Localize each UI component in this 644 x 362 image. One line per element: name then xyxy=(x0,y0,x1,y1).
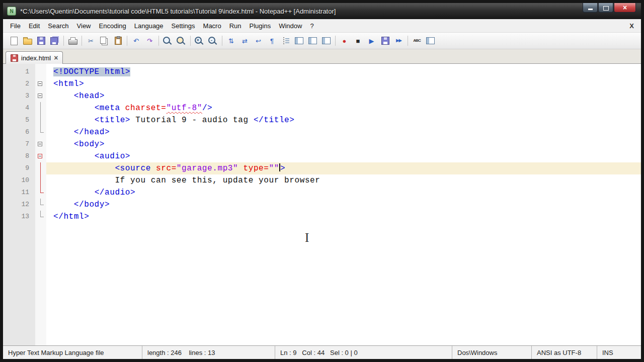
spell-check-icon[interactable]: ABC xyxy=(410,34,424,47)
function-list-icon[interactable] xyxy=(319,34,333,47)
zoom-in-icon[interactable] xyxy=(193,34,206,47)
code-line: 2<html> xyxy=(3,78,641,90)
menu-item-help[interactable]: ? xyxy=(306,20,317,32)
code-line: 9 <source src="garage.mp3" type=""> xyxy=(3,162,641,174)
save-icon[interactable] xyxy=(34,34,48,47)
code-line: 13</html> xyxy=(3,211,641,223)
code-text[interactable]: </body> xyxy=(46,199,641,211)
code-text[interactable]: <audio> xyxy=(46,150,641,162)
macro-run-multiple-icon[interactable]: ▶▶ xyxy=(392,34,406,47)
line-number: 11 xyxy=(3,187,35,199)
doc-map-icon[interactable] xyxy=(306,34,319,47)
undo-icon[interactable]: ↶ xyxy=(129,34,143,47)
maximize-button[interactable] xyxy=(598,3,613,13)
sync-scroll-horizontal-icon[interactable]: ⇄ xyxy=(238,34,252,47)
fold-margin xyxy=(35,211,46,223)
code-line: 6 </head> xyxy=(3,126,641,138)
fold-toggle-icon[interactable] xyxy=(35,90,46,102)
code-text[interactable]: <source src="garage.mp3" type=""> xyxy=(46,162,641,174)
menu-item-settings[interactable]: Settings xyxy=(168,20,199,32)
code-text[interactable]: <title> Tutorial 9 - audio tag </title> xyxy=(46,114,641,126)
menu-item-window[interactable]: Window xyxy=(275,20,306,32)
fold-toggle-icon[interactable] xyxy=(35,150,46,162)
code-text[interactable]: If you can see this, update your browser xyxy=(46,174,641,187)
close-icon xyxy=(623,5,627,10)
line-number: 8 xyxy=(3,150,35,162)
title-bar: *C:\Users\Quentin\Documents\tutorial cod… xyxy=(3,3,641,19)
menu-item-file[interactable]: File xyxy=(6,20,25,32)
menu-item-plugins[interactable]: Plugins xyxy=(246,20,275,32)
code-line: 7 <body> xyxy=(3,138,641,150)
fold-toggle-icon[interactable] xyxy=(35,78,46,90)
word-wrap-icon[interactable]: ↩ xyxy=(252,34,265,47)
user-defined-dialog-icon[interactable] xyxy=(292,34,306,47)
code-text[interactable]: <head> xyxy=(46,90,641,102)
minimize-button[interactable] xyxy=(583,3,598,13)
line-number: 13 xyxy=(3,211,35,223)
close-button[interactable] xyxy=(614,3,636,13)
code-line: 4 <meta charset="utf-8"/> xyxy=(3,102,641,114)
code-text[interactable]: </head> xyxy=(46,126,641,138)
paste-icon[interactable] xyxy=(111,34,125,47)
copy-icon[interactable] xyxy=(98,34,111,47)
fold-margin xyxy=(35,114,46,126)
line-number: 9 xyxy=(3,162,35,174)
editor[interactable]: 1<!DOCTYPE html>2<html>3 <head>4 <meta c… xyxy=(3,64,641,345)
macro-save-icon[interactable] xyxy=(378,34,392,47)
code-line: 3 <head> xyxy=(3,90,641,102)
status-eol-format: Dos\Windows xyxy=(452,346,531,359)
modified-file-icon xyxy=(11,54,18,62)
window-controls xyxy=(582,3,636,13)
notepadpp-window: *C:\Users\Quentin\Documents\tutorial cod… xyxy=(0,0,644,362)
code-text[interactable]: </html> xyxy=(46,211,641,223)
code-text[interactable]: <html> xyxy=(46,78,641,90)
fold-toggle-icon[interactable] xyxy=(35,138,46,150)
status-insert-mode: INS xyxy=(597,346,641,359)
menu-item-edit[interactable]: Edit xyxy=(25,20,44,32)
menu-item-language[interactable]: Language xyxy=(130,20,168,32)
find-icon[interactable] xyxy=(161,34,175,47)
menu-item-encoding[interactable]: Encoding xyxy=(95,20,130,32)
print-icon[interactable] xyxy=(66,34,79,47)
status-cursor-position: Ln : 9 Col : 44 Sel : 0 | 0 xyxy=(275,346,452,359)
menu-item-run[interactable]: Run xyxy=(225,20,246,32)
open-file-icon[interactable] xyxy=(21,34,34,47)
menu-item-view[interactable]: View xyxy=(73,20,95,32)
save-all-icon[interactable] xyxy=(48,34,61,47)
code-line: 11 </audio> xyxy=(3,187,641,199)
status-encoding: ANSI as UTF-8 xyxy=(531,346,597,359)
code-text[interactable]: <meta charset="utf-8"/> xyxy=(46,102,641,114)
status-length-lines: length : 246 lines : 13 xyxy=(142,346,275,359)
tab-index-html[interactable]: index.html xyxy=(6,51,63,64)
menu-item-macro[interactable]: Macro xyxy=(199,20,225,32)
replace-icon[interactable] xyxy=(175,34,188,47)
code-text[interactable]: <!DOCTYPE html> xyxy=(46,66,641,78)
sync-scroll-vertical-icon[interactable]: ⇅ xyxy=(224,34,238,47)
code-text[interactable]: </audio> xyxy=(46,187,641,199)
show-all-characters-icon[interactable]: ¶ xyxy=(265,34,279,47)
new-file-icon[interactable] xyxy=(7,34,21,47)
toolbar: ✂↶↷⇅⇄↩¶●■▶▶▶ABC xyxy=(3,33,641,49)
window-title: *C:\Users\Quentin\Documents\tutorial cod… xyxy=(20,8,336,15)
doc-switcher-icon[interactable] xyxy=(424,34,437,47)
code-line: 5 <title> Tutorial 9 - audio tag </title… xyxy=(3,114,641,126)
line-number: 2 xyxy=(3,78,35,90)
menubar-close-icon[interactable]: X xyxy=(629,22,634,30)
code-line: 8 <audio> xyxy=(3,150,641,162)
tab-close-icon[interactable] xyxy=(54,54,58,61)
zoom-out-icon[interactable] xyxy=(206,34,220,47)
cut-icon[interactable]: ✂ xyxy=(84,34,98,47)
fold-margin xyxy=(35,162,46,174)
code-text[interactable]: <body> xyxy=(46,138,641,150)
tab-label: index.html xyxy=(21,54,51,62)
macro-record-icon[interactable]: ● xyxy=(338,34,351,47)
line-number: 12 xyxy=(3,199,35,211)
fold-margin xyxy=(35,187,46,199)
menu-item-search[interactable]: Search xyxy=(44,20,72,32)
notepadpp-app-icon[interactable] xyxy=(7,7,16,16)
macro-stop-icon[interactable]: ■ xyxy=(351,34,365,47)
show-indent-guide-icon[interactable] xyxy=(279,34,292,47)
menu-bar-items: FileEditSearchViewEncodingLanguageSettin… xyxy=(6,20,318,32)
macro-playback-icon[interactable]: ▶ xyxy=(365,34,378,47)
redo-icon[interactable]: ↷ xyxy=(143,34,156,47)
